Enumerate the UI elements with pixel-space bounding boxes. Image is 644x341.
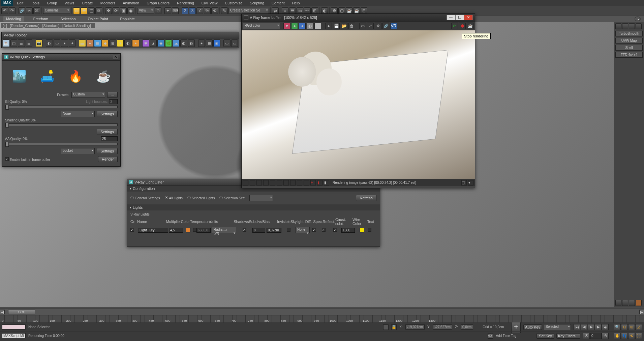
vfb-close-button[interactable]: ✕: [464, 15, 473, 20]
vray-ies-icon[interactable]: ✦: [69, 39, 76, 47]
undo-button[interactable]: ↶: [1, 7, 8, 14]
modifier-shell[interactable]: Shell: [615, 45, 643, 51]
light-text-checkbox[interactable]: [368, 228, 371, 232]
edit-named-sel-button[interactable]: ✎: [221, 7, 228, 14]
percent-snap-button[interactable]: %: [204, 7, 211, 14]
nav-fov-icon[interactable]: ◿: [635, 324, 642, 330]
bind-button[interactable]: ⌘: [33, 7, 40, 14]
vray-instancer-icon[interactable]: ⊞: [109, 39, 116, 47]
vfb-teapot-icon[interactable]: ☕: [467, 23, 473, 29]
utilities-tab-icon[interactable]: [636, 23, 642, 29]
anim-next-button[interactable]: ▶: [595, 324, 602, 330]
select-move-button[interactable]: ✥: [105, 7, 112, 14]
vray-clipper-icon[interactable]: ◐: [124, 39, 131, 47]
script-prompt-1[interactable]: [2, 324, 26, 330]
render-online-button[interactable]: ⊞: [361, 7, 367, 14]
menu-modifiers[interactable]: Modifiers: [97, 0, 119, 6]
anim-play-button[interactable]: ▶: [588, 324, 594, 330]
vfb-tool-3-icon[interactable]: [256, 180, 262, 186]
vray-box-icon[interactable]: ▦: [94, 39, 101, 47]
mirror-button[interactable]: ⇄: [272, 7, 279, 14]
viewport-label[interactable]: [+] [Render_Camera] [Standard] [Default …: [1, 23, 95, 28]
vray-bake-icon[interactable]: ◐: [180, 39, 187, 47]
preset-interior-icon[interactable]: 🛋️: [37, 66, 57, 86]
coord-y-value[interactable]: -27,627cm: [433, 324, 452, 330]
vfb-tool-7-icon[interactable]: [283, 180, 289, 186]
toggle-ribbon-button[interactable]: ▭: [297, 7, 303, 14]
vray-plane-icon[interactable]: ▬: [79, 39, 86, 47]
rendered-frame-button[interactable]: ▢: [338, 7, 345, 14]
nav-zoomext-icon[interactable]: ⊞: [628, 324, 635, 330]
vray-fur-icon[interactable]: ✱: [142, 39, 149, 47]
ref-coord-dropdown[interactable]: View: [137, 8, 154, 14]
gi-dropdown[interactable]: None: [61, 111, 95, 117]
menu-graph-editors[interactable]: Graph Editors: [143, 0, 173, 6]
ribbon-modeling[interactable]: Modeling: [3, 16, 24, 22]
vfb-link-icon[interactable]: 🔗: [382, 23, 389, 29]
time-tag-icon[interactable]: 🏷: [488, 333, 493, 339]
time-slider[interactable]: ◀ 1 / 99 ▶: [0, 309, 644, 315]
lock-icon[interactable]: 🔒: [391, 324, 397, 330]
menu-create[interactable]: Create: [79, 0, 96, 6]
set-key-button[interactable]: Set Key: [536, 333, 554, 339]
vray-tool-a-icon[interactable]: ▭: [223, 39, 231, 47]
menu-edit[interactable]: Edit: [13, 0, 27, 6]
vfb-region-icon[interactable]: ✥: [375, 23, 381, 29]
light-units-dropdown[interactable]: Radia…r (W): [212, 227, 236, 233]
time-ruler[interactable]: 0501001502002503003504004505005506006507…: [0, 315, 644, 322]
select-manipulate-button[interactable]: ✦: [164, 7, 171, 14]
select-name-button[interactable]: ☰: [81, 7, 87, 14]
snap-2d-button[interactable]: 2: [182, 7, 188, 14]
selset-dropdown[interactable]: [249, 195, 273, 201]
light-reflect-checkbox[interactable]: [333, 228, 337, 232]
unlink-button[interactable]: ✂: [26, 7, 33, 14]
named-sel-dropdown[interactable]: Create Selection Se: [228, 8, 269, 14]
vfb-titlebar[interactable]: V-Ray frame buffer - [100% of 842 x 526]…: [242, 14, 475, 22]
anim-start-button[interactable]: ⏮: [574, 324, 580, 330]
cmd-set-a-icon[interactable]: [615, 300, 621, 306]
radio-selected[interactable]: [187, 196, 191, 199]
nav-pan-icon[interactable]: ✋: [614, 333, 621, 339]
sampler-dropdown[interactable]: bucket: [61, 148, 95, 154]
vfb-green-icon[interactable]: ●: [291, 23, 298, 29]
radio-general[interactable]: [130, 196, 134, 199]
vray-sun-icon[interactable]: ☀: [117, 39, 124, 47]
radio-selset[interactable]: [219, 196, 223, 199]
vray-toolbar-title[interactable]: V-Ray Toolbar: [2, 32, 239, 38]
vfb-tool-8-icon[interactable]: [290, 180, 296, 186]
redo-button[interactable]: ↷: [9, 7, 16, 14]
vray-denoiser-icon[interactable]: ◐: [188, 39, 195, 47]
render-production-button[interactable]: ☕: [346, 7, 352, 14]
vfb-alpha-icon[interactable]: ◐: [307, 23, 313, 29]
auto-key-button[interactable]: Auto Key: [523, 324, 542, 330]
isolate-icon[interactable]: [383, 324, 389, 330]
coord-z-value[interactable]: 0,0cm: [461, 324, 473, 330]
vp-shading[interactable]: [Standard]: [42, 24, 60, 28]
vfb-maximize-button[interactable]: ☐: [455, 15, 464, 20]
nav-orbit-icon[interactable]: ⟲: [628, 333, 635, 339]
menu-group[interactable]: Group: [43, 0, 61, 6]
ribbon-freeform[interactable]: Freeform: [31, 16, 51, 22]
gi-settings-button[interactable]: Settings: [97, 111, 118, 117]
ribbon-toggle-icon[interactable]: •: [635, 17, 641, 21]
vray-dome-icon[interactable]: ◐: [46, 39, 53, 47]
menu-help[interactable]: Help: [289, 0, 303, 6]
create-tab-icon[interactable]: [615, 23, 621, 29]
schematic-button[interactable]: ⊞: [311, 7, 318, 14]
anim-time-config-icon[interactable]: ⏱: [602, 333, 609, 339]
selection-filter-dropdown[interactable]: Cameras: [43, 8, 70, 14]
add-time-tag-label[interactable]: Add Time Tag: [496, 334, 516, 338]
material-editor-button[interactable]: ◐: [321, 7, 328, 14]
vray-quick-icon[interactable]: ☰: [26, 39, 33, 47]
vfb-minimize-button[interactable]: —: [447, 15, 455, 20]
light-wire-swatch[interactable]: [360, 228, 364, 232]
align-button[interactable]: ≡: [282, 7, 288, 14]
shading-quality-slider[interactable]: [5, 123, 118, 126]
vfb-tool-4-icon[interactable]: [263, 180, 269, 186]
select-rotate-button[interactable]: ⟳: [113, 7, 119, 14]
vfb-stop-button[interactable]: ⬢: [459, 23, 466, 29]
key-filters-button[interactable]: Key Filters...: [556, 333, 580, 339]
vp-style[interactable]: [Default Shading]: [62, 24, 91, 28]
vfb-save-icon[interactable]: 💾: [333, 23, 340, 29]
vfb-clone-icon[interactable]: ▭: [359, 23, 366, 29]
